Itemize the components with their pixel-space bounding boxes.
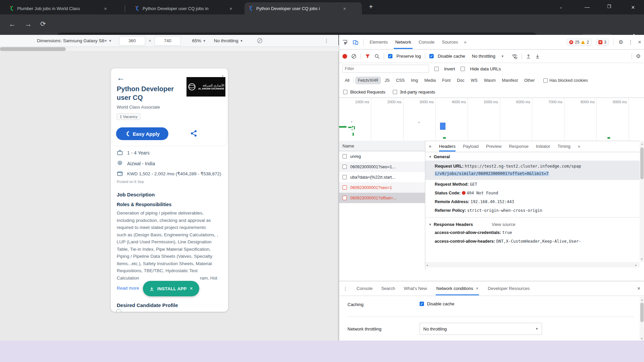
tab-console[interactable]: Console (417, 35, 436, 49)
hide-data-urls-checkbox[interactable] (461, 67, 465, 71)
filter-img[interactable]: Img (409, 77, 420, 84)
disable-cache-checkbox[interactable]: ✓ (429, 54, 434, 58)
tab-headers[interactable]: Headers (439, 141, 455, 152)
disable-cache-label[interactable]: Disable cache (438, 54, 465, 59)
device-height-input[interactable] (155, 36, 181, 46)
blocked-requests-label[interactable]: Blocked Requests (350, 89, 385, 95)
drawer-tab-console[interactable]: Console (357, 286, 373, 291)
has-blocked-cookies-label[interactable]: Has blocked cookies (549, 78, 588, 83)
general-section-header[interactable]: ▼General (425, 152, 640, 161)
drawer-disable-cache-label[interactable]: Disable cache (427, 301, 454, 306)
window-close-button[interactable]: × (631, 4, 635, 11)
request-checkbox[interactable] (342, 154, 347, 159)
horizontal-scrollbar[interactable] (0, 47, 338, 52)
tab-elements[interactable]: Elements (368, 35, 389, 49)
filter-fetch-xhr[interactable]: Fetch/XHR (356, 77, 381, 84)
device-toolbar-toggle-icon[interactable] (353, 39, 359, 45)
browser-tab-2[interactable]: Python Developer user CQ jobs in × (131, 2, 241, 14)
browser-tab-3-active[interactable]: Python Developer user CQ jobs i × (245, 2, 362, 14)
forward-button[interactable]: → (24, 20, 32, 28)
device-width-input[interactable] (119, 36, 145, 46)
errors-warnings-badge[interactable]: ✕25 2 (567, 39, 591, 46)
window-minimize-button[interactable]: — (585, 4, 590, 10)
response-headers-section-header[interactable]: ▼Response HeadersView source (425, 220, 640, 228)
device-zoom-select[interactable]: 65% (192, 38, 201, 43)
issues-badge[interactable]: ✕3 (596, 39, 609, 46)
tab-close-icon[interactable]: × (104, 6, 107, 11)
filter-funnel-icon[interactable] (365, 54, 370, 59)
drawer-tab-search[interactable]: Search (381, 286, 395, 291)
install-app-banner[interactable]: INSTALL APP × (143, 281, 199, 296)
request-row[interactable]: uba?data={%22rt.start... (339, 172, 425, 182)
drawer-menu-icon[interactable]: ⋮ (343, 286, 348, 291)
filter-doc[interactable]: Doc (454, 77, 467, 84)
view-source-link[interactable]: View source (492, 222, 516, 227)
third-party-label[interactable]: 3rd-party requests (400, 89, 435, 95)
request-checkbox[interactable] (342, 185, 347, 190)
filter-media[interactable]: Media (422, 77, 438, 84)
device-toolbar-menu-icon[interactable]: ⋮ (324, 38, 329, 44)
request-row-error-selected[interactable]: 060923000001?offset=... (339, 193, 425, 203)
devtools-close-icon[interactable]: × (638, 39, 641, 46)
third-party-checkbox[interactable] (393, 90, 397, 94)
filter-other[interactable]: Other (522, 77, 537, 84)
preserve-log-checkbox[interactable]: ✓ (388, 54, 392, 58)
request-checkbox[interactable] (342, 165, 347, 169)
more-tabs-icon[interactable]: » (464, 40, 466, 45)
filter-font[interactable]: Font (440, 77, 453, 84)
network-conditions-icon[interactable] (512, 53, 518, 59)
network-throttling-select[interactable]: No throttling ▼ (420, 323, 542, 335)
network-settings-gear-icon[interactable]: ⚙ (636, 53, 641, 59)
rotate-device-icon[interactable] (257, 38, 263, 44)
details-vertical-scrollbar[interactable]: ▴ ▾ (640, 141, 644, 262)
name-column-header[interactable]: Name (339, 141, 425, 151)
back-arrow-icon[interactable]: ← (117, 73, 125, 82)
invert-label[interactable]: Invert (444, 66, 455, 71)
back-button[interactable]: ← (9, 20, 16, 28)
drawer-close-icon[interactable]: × (637, 286, 640, 292)
blocked-requests-checkbox[interactable] (343, 90, 347, 94)
devtools-settings-gear-icon[interactable]: ⚙ (619, 39, 623, 45)
close-details-icon[interactable]: × (429, 143, 432, 149)
filter-all[interactable]: All (342, 77, 352, 84)
request-checkbox[interactable] (342, 196, 347, 200)
has-blocked-cookies-checkbox[interactable] (543, 78, 548, 83)
more-detail-tabs-icon[interactable]: » (578, 144, 580, 149)
details-horizontal-scrollbar[interactable]: ◂ ▸ (425, 262, 640, 267)
tab-network[interactable]: Network (394, 35, 413, 49)
request-row-error[interactable]: 060923000001?seo=1 (339, 182, 425, 193)
read-more-link[interactable]: Read more (117, 286, 139, 291)
easy-apply-button[interactable]: Easy Apply (116, 127, 168, 140)
import-har-icon[interactable] (526, 54, 531, 59)
search-icon[interactable] (374, 54, 380, 59)
tab-search-caret-icon[interactable]: ⌄ (559, 5, 562, 9)
tab-preview[interactable]: Preview (486, 144, 501, 149)
share-icon[interactable] (190, 129, 198, 137)
tab-sources[interactable]: Sources (441, 35, 460, 49)
hide-data-urls-label[interactable]: Hide data URLs (470, 66, 501, 71)
record-network-log-button[interactable] (342, 54, 347, 59)
request-row[interactable]: unreg (339, 151, 425, 162)
scrollbar-thumb[interactable] (0, 47, 66, 51)
network-overview-timeline[interactable]: 1000 ms 2000 ms 3000 ms 4000 ms 5000 ms … (339, 98, 644, 141)
filter-css[interactable]: CSS (394, 77, 407, 84)
drawer-scrollbar[interactable]: ▴ ▾ (640, 297, 644, 341)
reload-button[interactable]: ⟳ (40, 20, 46, 28)
inspect-element-icon[interactable] (342, 39, 348, 45)
filter-manifest[interactable]: Manifest (500, 77, 520, 84)
tab-payload[interactable]: Payload (463, 144, 479, 149)
tab-close-icon[interactable]: × (343, 6, 346, 11)
new-tab-button[interactable]: + (369, 3, 373, 10)
filter-js[interactable]: JS (382, 77, 392, 84)
close-tab-icon[interactable]: × (476, 286, 479, 291)
clear-network-log-icon[interactable] (351, 54, 357, 59)
preserve-log-label[interactable]: Preserve log (396, 54, 421, 59)
request-url-row[interactable]: Request URL: https://test2.ng-test2.clus… (425, 161, 640, 180)
throttling-select[interactable]: No throttling (472, 54, 495, 59)
device-dimensions-select[interactable]: Dimensions: Samsung Galaxy S8+ (37, 38, 107, 43)
drawer-tab-whats-new[interactable]: What's New (404, 286, 427, 291)
drawer-tab-developer-resources[interactable]: Developer Resources (488, 286, 530, 291)
tab-response[interactable]: Response (509, 144, 529, 149)
filter-ws[interactable]: WS (468, 77, 480, 84)
tab-initiator[interactable]: Initiator (536, 144, 550, 149)
